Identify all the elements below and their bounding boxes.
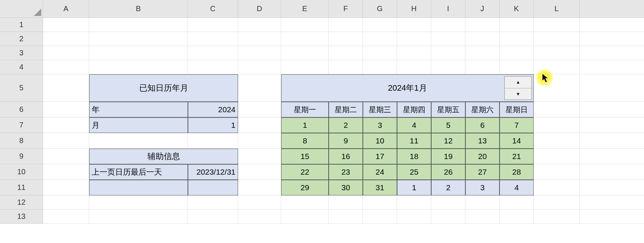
cell-H4[interactable] <box>397 60 431 74</box>
cell-K12[interactable] <box>500 195 534 210</box>
info-title[interactable]: 已知日历年月 <box>89 74 238 102</box>
cell-A2[interactable] <box>43 32 89 46</box>
cell-L12[interactable] <box>534 195 580 210</box>
cell-4[interactable] <box>580 60 644 74</box>
cell-G13[interactable] <box>363 210 397 224</box>
cell-L11[interactable] <box>534 180 580 195</box>
cal-day-2-2[interactable]: 17 <box>363 149 397 164</box>
cell-6[interactable] <box>580 102 644 117</box>
cell-1[interactable] <box>580 18 644 32</box>
cell-5[interactable] <box>580 74 644 102</box>
cal-day-2-5[interactable]: 20 <box>465 149 500 164</box>
cell-L1[interactable] <box>534 18 580 32</box>
cell-H12[interactable] <box>397 195 431 210</box>
cal-day-2-6[interactable]: 21 <box>500 149 534 164</box>
cell-B2[interactable] <box>89 32 188 46</box>
cell-A5[interactable] <box>43 74 89 102</box>
cell-L9[interactable] <box>534 149 580 164</box>
cal-day-0-4[interactable]: 5 <box>431 117 465 133</box>
cell-13[interactable] <box>580 210 644 224</box>
row-header-6[interactable]: 6 <box>0 102 43 117</box>
cell-L2[interactable] <box>534 32 580 46</box>
last-day-label[interactable]: 上一页日历最后一天 <box>89 164 188 180</box>
cell-J12[interactable] <box>465 195 500 210</box>
cell-C3[interactable] <box>188 46 238 60</box>
cell-A11[interactable] <box>43 180 89 195</box>
cell-D12[interactable] <box>238 195 281 210</box>
cell-D3[interactable] <box>238 46 281 60</box>
last-day-value[interactable]: 2023/12/31 <box>188 164 238 180</box>
cell-D4[interactable] <box>238 60 281 74</box>
cell-D6[interactable] <box>238 102 281 117</box>
cell-F1[interactable] <box>329 18 363 32</box>
row-header-11[interactable]: 11 <box>0 180 43 195</box>
cell-J4[interactable] <box>465 60 500 74</box>
cell-F12[interactable] <box>329 195 363 210</box>
cell-B4[interactable] <box>89 60 188 74</box>
cal-day-0-2[interactable]: 3 <box>363 117 397 133</box>
cal-day-0-1[interactable]: 2 <box>329 117 363 133</box>
cell-D2[interactable] <box>238 32 281 46</box>
day-header-2[interactable]: 星期三 <box>363 102 397 117</box>
cell-B8[interactable] <box>89 133 188 149</box>
column-header-D[interactable]: D <box>238 0 281 18</box>
cell-I4[interactable] <box>431 60 465 74</box>
cell-L3[interactable] <box>534 46 580 60</box>
cell-I3[interactable] <box>431 46 465 60</box>
cell-C2[interactable] <box>188 32 238 46</box>
month-value[interactable]: 1 <box>188 117 238 133</box>
calendar-title[interactable]: 2024年1月▲▼ <box>281 74 534 102</box>
row-header-1[interactable]: 1 <box>0 18 43 32</box>
row-header-10[interactable]: 10 <box>0 164 43 180</box>
cell-D10[interactable] <box>238 164 281 180</box>
column-header-K[interactable]: K <box>500 0 534 18</box>
cell-I12[interactable] <box>431 195 465 210</box>
cell-G12[interactable] <box>363 195 397 210</box>
row-header-4[interactable]: 4 <box>0 60 43 74</box>
cal-day-3-4[interactable]: 26 <box>431 164 465 180</box>
cell-G1[interactable] <box>363 18 397 32</box>
cell-H13[interactable] <box>397 210 431 224</box>
cell-A12[interactable] <box>43 195 89 210</box>
cell-L4[interactable] <box>534 60 580 74</box>
cell-A4[interactable] <box>43 60 89 74</box>
row-header-8[interactable]: 8 <box>0 133 43 149</box>
cell-C1[interactable] <box>188 18 238 32</box>
row-header-2[interactable]: 2 <box>0 32 43 46</box>
column-header-J[interactable]: J <box>465 0 500 18</box>
column-header-G[interactable]: G <box>363 0 397 18</box>
cell-L10[interactable] <box>534 164 580 180</box>
cell-J2[interactable] <box>465 32 500 46</box>
select-all-corner[interactable] <box>0 0 43 18</box>
cal-day-4-1[interactable]: 30 <box>329 180 363 195</box>
cell-F4[interactable] <box>329 60 363 74</box>
column-header-C[interactable]: C <box>188 0 238 18</box>
cell-11[interactable] <box>580 180 644 195</box>
cal-day-1-1[interactable]: 9 <box>329 133 363 149</box>
cell-L7[interactable] <box>534 117 580 133</box>
cell-H3[interactable] <box>397 46 431 60</box>
cal-day-2-0[interactable]: 15 <box>281 149 329 164</box>
cal-day-4-3[interactable]: 1 <box>397 180 431 195</box>
cal-day-3-2[interactable]: 24 <box>363 164 397 180</box>
cell-F13[interactable] <box>329 210 363 224</box>
cell-K4[interactable] <box>500 60 534 74</box>
cal-day-1-3[interactable]: 11 <box>397 133 431 149</box>
cell-E4[interactable] <box>281 60 329 74</box>
cell-B12[interactable] <box>89 195 188 210</box>
column-header-A[interactable]: A <box>43 0 89 18</box>
month-spinner[interactable]: ▲▼ <box>504 76 532 100</box>
cell-A6[interactable] <box>43 102 89 117</box>
cell-J3[interactable] <box>465 46 500 60</box>
cell-L5[interactable] <box>534 74 580 102</box>
cell-D5[interactable] <box>238 74 281 102</box>
cell-G3[interactable] <box>363 46 397 60</box>
cal-day-0-6[interactable]: 7 <box>500 117 534 133</box>
column-header-F[interactable]: F <box>329 0 363 18</box>
row-header-13[interactable]: 13 <box>0 210 43 224</box>
cell-A13[interactable] <box>43 210 89 224</box>
cal-day-4-5[interactable]: 3 <box>465 180 500 195</box>
cal-day-1-4[interactable]: 12 <box>431 133 465 149</box>
row-header-12[interactable]: 12 <box>0 195 43 210</box>
spinner-down-icon[interactable]: ▼ <box>505 88 531 100</box>
